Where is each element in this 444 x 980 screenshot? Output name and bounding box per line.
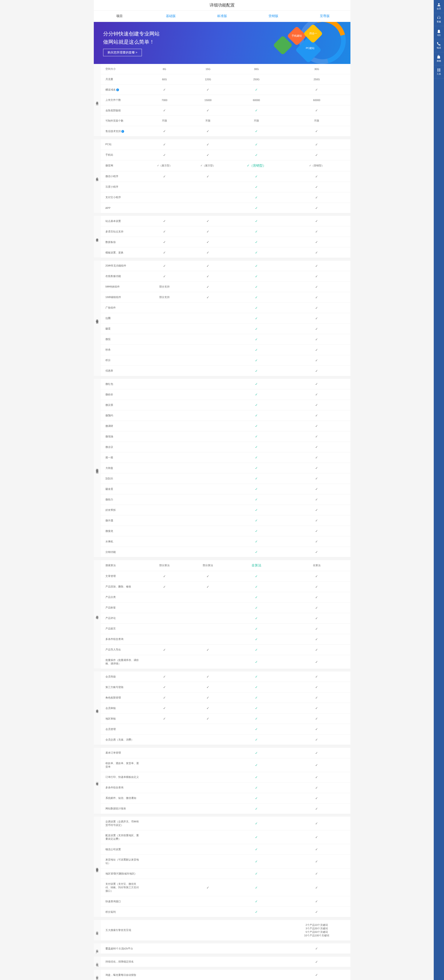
value-cell [143, 355, 186, 366]
value-cell [186, 484, 230, 494]
value-cell [186, 869, 230, 879]
tab-marketing[interactable]: 营销版 [248, 11, 299, 22]
value-cell [143, 793, 186, 803]
check-icon: ✓ [163, 696, 166, 700]
value-cell: ✓ [283, 171, 350, 181]
table-row: 角色权限管理✓✓✓✓ [94, 692, 350, 703]
value-cell: ✓ [283, 943, 350, 954]
check-icon: ✓ [255, 153, 258, 157]
value-cell: ✓ [283, 203, 350, 213]
table-row: 砸金蛋✓✓ [94, 484, 350, 494]
feature-name: 收款单、退款单、发货单、退货单 [101, 758, 143, 772]
feature-name: 9种特效组件 [101, 282, 143, 292]
value-cell: ✓ [230, 772, 283, 782]
value-cell [186, 515, 230, 526]
page-title: 详细功能配置 [94, 0, 350, 11]
table-row: 多条件组合查询✓✓ [94, 634, 350, 644]
tab-standard[interactable]: 标准版 [196, 11, 248, 22]
check-icon: ✓ [315, 317, 318, 320]
value-cell [186, 344, 230, 355]
check-icon: ✓ [315, 274, 318, 278]
value-cell: ✓ [230, 682, 283, 692]
sidebar-qq[interactable]: QQ [434, 26, 444, 39]
check-icon: ✓ [207, 143, 209, 146]
sidebar-cart[interactable]: 购物 [434, 52, 444, 65]
value-cell: ✓ [143, 139, 186, 150]
check-icon: ✓ [255, 274, 258, 278]
value-cell [186, 655, 230, 669]
tab-basic[interactable]: 基础版 [145, 11, 196, 22]
check-icon: ✓ [255, 508, 258, 512]
sidebar-service[interactable]: 客服 [434, 13, 444, 26]
table-row: 订单打印、快递单模板自定义✓✓ [94, 772, 350, 782]
value-cell: 15000 [186, 95, 230, 105]
check-icon: ✓ [315, 706, 318, 710]
value-cell: 不限 [283, 116, 350, 126]
check-icon: ✓ [255, 796, 258, 800]
phone-icon [437, 42, 441, 46]
info-icon[interactable]: i [121, 130, 124, 133]
sidebar-label: 客服 [437, 20, 441, 23]
value-cell: ✓ [143, 126, 186, 137]
feature-name: 会员管理 [101, 724, 143, 735]
check-icon: ✓ [315, 230, 318, 233]
check-icon: ✓ [163, 129, 166, 133]
check-icon: ✓ [315, 196, 318, 199]
value-cell [186, 494, 230, 505]
value-cell [186, 473, 230, 484]
table-row: 产品管理搜索算法部分算法部分算法全算法全算法 [94, 560, 350, 571]
check-icon: ✓ [315, 456, 318, 459]
feature-name: 发货地址（可设置默认发货地址） [101, 855, 143, 869]
cell-text: 60000 [253, 99, 260, 102]
check-icon: ✓ [315, 660, 318, 664]
tab-supreme[interactable]: 至尊版 [299, 11, 350, 22]
check-icon: ✓ [163, 585, 166, 589]
value-cell: ✓ [283, 581, 350, 592]
value-cell: ✓ [230, 602, 283, 613]
check-icon: ✓ [315, 637, 318, 641]
table-row: 多语言站点支持✓✓✓✓ [94, 226, 350, 237]
feature-name: 拉圈 [101, 313, 143, 323]
value-cell: ✓ [230, 536, 283, 547]
value-cell: ✓ [230, 84, 283, 95]
cube-mobile-label: 手机建站 [290, 34, 304, 38]
check-icon: ✓ [255, 519, 258, 522]
feature-name: 砸蛋 [101, 323, 143, 334]
value-cell: 250G [283, 74, 350, 84]
table-row: 微投✓✓ [94, 334, 350, 344]
value-cell [143, 879, 186, 896]
value-cell [143, 970, 186, 980]
value-cell: ✓ [283, 366, 350, 376]
value-cell [143, 844, 186, 855]
table-row: 积分返利✓✓ [94, 907, 350, 917]
value-cell: 部分支持 [143, 282, 186, 292]
value-cell: ✓ [186, 682, 230, 692]
info-icon[interactable]: i [116, 89, 119, 91]
feature-name: 站点基本设置 [101, 216, 143, 226]
value-cell: ✓ [143, 247, 186, 258]
check-icon: ✓ [207, 153, 209, 157]
value-cell: ✓ [283, 602, 350, 613]
value-cell: ✓ [283, 237, 350, 247]
value-cell [143, 830, 186, 844]
cube-four-label: 四合一 [306, 32, 320, 35]
sidebar-tool[interactable]: 工具 [434, 65, 444, 78]
check-icon: ✓ [163, 175, 166, 178]
check-icon: ✓ [315, 327, 318, 331]
tab-project[interactable]: 项目 [94, 11, 145, 22]
feature-name: 产品评论 [101, 613, 143, 624]
feature-name: 交易设置（交易开关、币种和货币符号设定） [101, 817, 143, 830]
check-icon: ✓ [255, 616, 258, 620]
table-row: 微议票✓✓ [94, 400, 350, 410]
sidebar-member[interactable]: 会员 [434, 0, 444, 13]
value-cell [143, 410, 186, 421]
value-cell: ✓ [283, 703, 350, 713]
check-icon: ✓ [255, 696, 258, 700]
sidebar-phone[interactable]: 电话 [434, 39, 444, 52]
check-icon: ✓ [255, 574, 258, 578]
feature-name: APP [101, 203, 143, 213]
check-icon: ✓ [315, 627, 318, 631]
buy-plan-button[interactable]: 购买您所需要的套餐 > [103, 49, 142, 56]
check-icon: ✓ [315, 219, 318, 223]
feature-name: 覆盖超80个主流b2b平台 [101, 943, 143, 954]
